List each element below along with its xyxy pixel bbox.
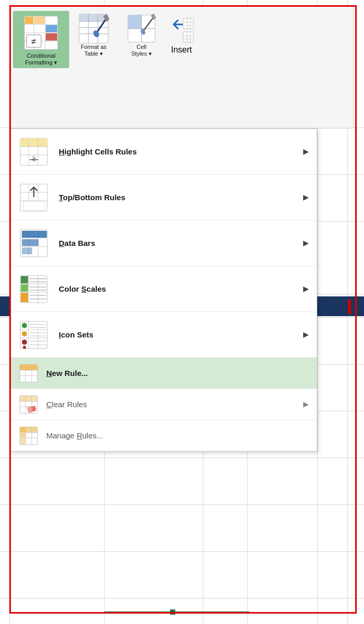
icon-sets-label: Icon Sets — [59, 330, 293, 339]
format-as-table-button[interactable]: Format as Table ▾ — [70, 11, 117, 59]
svg-rect-95 — [20, 365, 37, 370]
svg-rect-23 — [128, 15, 141, 29]
svg-text:=: = — [32, 154, 35, 160]
cell-styles-button[interactable]: Cell Styles ▾ — [118, 11, 165, 59]
green-selection-line — [104, 612, 250, 613]
svg-rect-29 — [183, 18, 193, 29]
svg-rect-34 — [183, 32, 193, 42]
data-bars-item[interactable]: Data Bars ▶ — [11, 220, 317, 266]
new-rule-icon — [19, 364, 38, 383]
top-bottom-icon: 10 — [19, 183, 48, 212]
conditional-formatting-icon: ≠ — [22, 14, 60, 51]
svg-point-86 — [23, 346, 26, 349]
svg-point-84 — [22, 331, 27, 336]
ribbon: ≠ Conditional Formatting ▾ — [10, 6, 354, 128]
color-scales-item[interactable]: Color Scales ▶ — [11, 266, 317, 312]
svg-rect-6 — [25, 17, 33, 24]
new-rule-item[interactable]: New Rule... — [11, 358, 317, 389]
green-handle — [170, 609, 175, 615]
top-bottom-label: Top/Bottom Rules — [59, 193, 293, 202]
icon-sets-item[interactable]: Icon Sets ▶ — [11, 312, 317, 358]
clear-rules-icon — [19, 395, 38, 414]
svg-rect-54 — [23, 201, 44, 211]
grid-line-h — [0, 458, 364, 458]
grid-line-h — [0, 551, 364, 552]
top-bottom-rules-item[interactable]: 10 Top/Bottom Rules ▶ — [11, 175, 317, 220]
svg-point-85 — [22, 340, 27, 345]
manage-rules-icon — [19, 426, 38, 445]
manage-rules-label: Manage Rules... — [46, 431, 308, 440]
svg-rect-61 — [22, 239, 38, 246]
svg-rect-116 — [20, 438, 25, 445]
top-bottom-arrow: ▶ — [303, 193, 308, 201]
svg-rect-8 — [46, 25, 57, 32]
grid-line-h — [0, 504, 364, 505]
insert-icon — [168, 14, 194, 45]
svg-rect-40 — [20, 138, 47, 147]
svg-rect-7 — [34, 17, 45, 24]
color-scales-icon — [19, 275, 48, 304]
icon-sets-icon — [19, 320, 48, 349]
color-scales-label: Color Scales — [59, 284, 293, 293]
new-rule-label: New Rule... — [46, 369, 308, 378]
highlight-cells-arrow: ▶ — [303, 148, 308, 155]
data-bars-label: Data Bars — [59, 239, 293, 248]
conditional-formatting-dropdown: < = Highlight Cells Rules ▶ 10 — [10, 128, 317, 452]
highlight-cells-rules-item[interactable]: < = Highlight Cells Rules ▶ — [11, 129, 317, 175]
svg-rect-9 — [46, 33, 57, 41]
format-as-table-icon — [78, 14, 109, 43]
manage-rules-item[interactable]: Manage Rules... — [11, 420, 317, 451]
conditional-formatting-label: Conditional Formatting ▾ — [25, 53, 57, 66]
svg-rect-62 — [22, 248, 32, 254]
icon-sets-arrow: ▶ — [303, 331, 308, 339]
svg-rect-60 — [22, 231, 47, 238]
conditional-formatting-button[interactable]: ≠ Conditional Formatting ▾ — [13, 11, 69, 68]
right-red-accent — [348, 300, 351, 314]
svg-rect-70 — [21, 276, 28, 283]
svg-rect-72 — [21, 293, 28, 302]
svg-rect-71 — [21, 284, 28, 292]
cell-styles-label: Cell Styles ▾ — [131, 44, 151, 57]
svg-rect-101 — [20, 396, 37, 401]
highlight-cells-icon: < = — [19, 137, 48, 166]
data-bars-icon — [19, 229, 48, 258]
grid-line-h — [0, 598, 364, 599]
svg-point-83 — [22, 323, 27, 328]
format-as-table-label: Format as Table ▾ — [81, 44, 107, 57]
svg-rect-115 — [20, 433, 25, 437]
insert-button[interactable]: Insert — [166, 11, 197, 58]
insert-label: Insert — [171, 45, 192, 55]
highlight-cells-label: Highlight Cells Rules — [59, 147, 293, 156]
color-scales-arrow: ▶ — [303, 285, 308, 293]
clear-rules-arrow: ▶ — [303, 400, 308, 408]
clear-rules-item[interactable]: Clear Rules ▶ — [11, 389, 317, 420]
svg-rect-114 — [20, 427, 25, 432]
svg-text:≠: ≠ — [32, 37, 36, 46]
svg-rect-13 — [79, 14, 108, 21]
cell-styles-icon — [126, 14, 157, 43]
data-bars-arrow: ▶ — [303, 239, 308, 247]
clear-rules-label: Clear Rules — [46, 400, 295, 409]
